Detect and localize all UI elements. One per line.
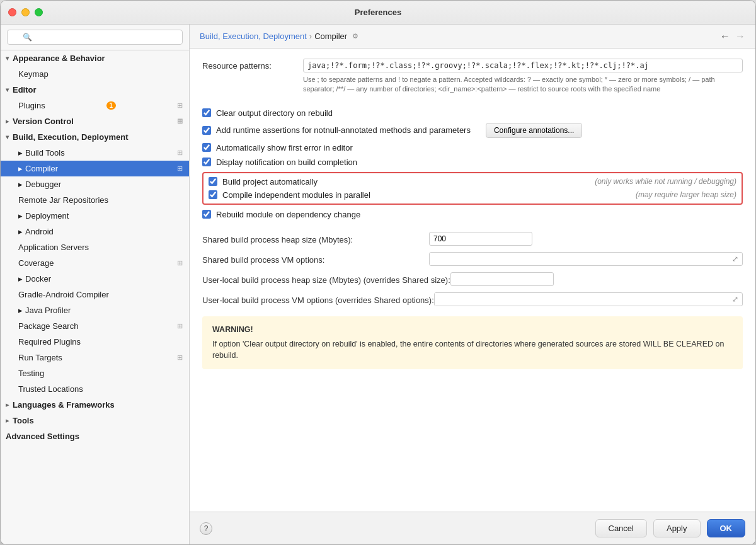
shared-vm-input-container: ⤢ <box>429 252 743 266</box>
chevron-right-icon: ▸ <box>6 118 9 125</box>
user-heap-label: User-local build process heap size (Mbyt… <box>202 273 450 285</box>
sidebar-item-run-targets[interactable]: Run Targets ⊞ <box>1 350 189 365</box>
sidebar-item-app-servers[interactable]: Application Servers <box>1 239 189 255</box>
warning-text: If option 'Clear output directory on reb… <box>212 338 733 362</box>
sidebar-item-required-plugins[interactable]: Required Plugins <box>1 334 189 350</box>
settings-icon: ⊞ <box>177 149 183 157</box>
sidebar-item-languages[interactable]: ▸ Languages & Frameworks <box>1 397 189 413</box>
footer: ? Cancel Apply OK <box>190 512 755 544</box>
sidebar-item-trusted-locations[interactable]: Trusted Locations <box>1 381 189 397</box>
compile-parallel-label: Compile independent modules in parallel <box>222 190 370 200</box>
minimize-button[interactable] <box>21 8 30 16</box>
chevron-right-icon: ▸ <box>18 180 23 189</box>
add-runtime-checkbox[interactable] <box>202 126 211 135</box>
sidebar-item-compiler[interactable]: ▸ Compiler ⊞ <box>1 161 189 176</box>
content-area: ▾ Appearance & Behavior Keymap ▾ Editor … <box>1 25 755 544</box>
sidebar-item-java-profiler[interactable]: ▸ Java Profiler <box>1 302 189 318</box>
user-vm-input[interactable] <box>435 293 728 306</box>
resource-patterns-row: Resource patterns: Use ; to separate pat… <box>202 59 743 95</box>
user-vm-label: User-local build process VM options (ove… <box>202 293 434 305</box>
sidebar-item-advanced[interactable]: Advanced Settings <box>1 428 189 444</box>
sidebar-item-keymap[interactable]: Keymap <box>1 66 189 82</box>
auto-show-error-checkbox[interactable] <box>202 143 211 152</box>
breadcrumb-separator: › <box>309 32 312 41</box>
chevron-down-icon: ▾ <box>6 55 9 62</box>
clear-output-checkbox[interactable] <box>202 108 211 117</box>
sidebar-item-plugins[interactable]: Plugins 1 ⊞ <box>1 98 189 113</box>
sidebar-item-deployment[interactable]: ▸ Deployment <box>1 208 189 224</box>
sidebar-item-build-tools[interactable]: ▸ Build Tools ⊞ <box>1 145 189 161</box>
display-notification-label: Display notification on build completion <box>216 158 357 167</box>
sidebar-item-docker[interactable]: ▸ Docker <box>1 271 189 287</box>
chevron-right-icon: ▸ <box>6 401 9 408</box>
maximize-button[interactable] <box>35 8 43 16</box>
shared-heap-input[interactable] <box>429 232 532 246</box>
shared-vm-label: Shared build process VM options: <box>202 253 429 265</box>
breadcrumb-parent[interactable]: Build, Execution, Deployment <box>200 32 307 41</box>
clear-output-row: Clear output directory on rebuild <box>202 108 743 118</box>
auto-show-error-label: Automatically show first error in editor <box>216 143 353 152</box>
chevron-right-icon: ▸ <box>6 417 9 424</box>
compile-parallel-note: (may require larger heap size) <box>636 190 736 199</box>
sidebar-item-package-search[interactable]: Package Search ⊞ <box>1 318 189 334</box>
back-arrow[interactable]: ← <box>720 31 730 42</box>
search-container[interactable] <box>1 25 189 50</box>
gear-icon: ⚙ <box>352 32 358 40</box>
sidebar-item-debugger[interactable]: ▸ Debugger <box>1 176 189 192</box>
rebuild-module-row: Rebuild module on dependency change <box>202 210 743 219</box>
apply-button[interactable]: Apply <box>653 519 701 537</box>
sidebar-item-tools[interactable]: ▸ Tools <box>1 413 189 428</box>
sidebar-item-coverage[interactable]: Coverage ⊞ <box>1 255 189 271</box>
chevron-down-icon: ▾ <box>6 134 9 141</box>
nav-arrows: ← → <box>720 31 745 42</box>
resource-patterns-input[interactable] <box>303 59 743 72</box>
sidebar-item-build-exec-deploy[interactable]: ▾ Build, Execution, Deployment <box>1 129 189 145</box>
rebuild-module-checkbox[interactable] <box>202 210 211 219</box>
search-input[interactable] <box>7 30 183 45</box>
forward-arrow: → <box>735 31 745 42</box>
settings-icon: ⊞ <box>177 322 183 330</box>
compile-parallel-checkbox[interactable] <box>209 190 217 199</box>
traffic-lights <box>8 8 43 16</box>
clear-output-label: Clear output directory on rebuild <box>216 108 333 118</box>
cancel-button[interactable]: Cancel <box>595 519 647 537</box>
compile-parallel-row: Compile independent modules in parallel … <box>209 190 736 200</box>
preferences-window: Preferences ▾ Appearance & Behavior Keym… <box>0 0 756 545</box>
user-vm-input-container: ⤢ <box>434 292 743 306</box>
expand-icon[interactable]: ⤢ <box>728 255 742 263</box>
sidebar-item-appearance[interactable]: ▾ Appearance & Behavior <box>1 50 189 66</box>
highlighted-options-box: Build project automatically (only works … <box>202 172 743 205</box>
sidebar-item-remote-jar[interactable]: Remote Jar Repositories <box>1 192 189 208</box>
sidebar: ▾ Appearance & Behavior Keymap ▾ Editor … <box>1 25 190 544</box>
shared-vm-input[interactable] <box>430 253 728 265</box>
chevron-right-icon: ▸ <box>18 148 23 158</box>
build-auto-note: (only works while not running / debuggin… <box>595 177 736 186</box>
sidebar-item-editor[interactable]: ▾ Editor <box>1 82 189 98</box>
main-panel: Build, Execution, Deployment › Compiler … <box>190 25 755 544</box>
user-vm-row: User-local build process VM options (ove… <box>202 292 743 306</box>
compiler-settings: Resource patterns: Use ; to separate pat… <box>190 49 755 512</box>
build-auto-label: Build project automatically <box>222 177 318 186</box>
warning-box: WARNING! If option 'Clear output directo… <box>202 316 743 369</box>
help-button[interactable]: ? <box>200 522 212 535</box>
rebuild-module-label: Rebuild module on dependency change <box>216 210 360 219</box>
settings-icon: ⊞ <box>177 353 183 362</box>
auto-show-error-row: Automatically show first error in editor <box>202 143 743 152</box>
resource-hint: Use ; to separate patterns and ! to nega… <box>303 75 743 95</box>
ok-button[interactable]: OK <box>707 519 746 537</box>
sidebar-item-version-control[interactable]: ▸ Version Control ⊞ <box>1 113 189 129</box>
expand-icon[interactable]: ⤢ <box>728 295 742 304</box>
user-heap-row: User-local build process heap size (Mbyt… <box>202 272 743 286</box>
sidebar-item-testing[interactable]: Testing <box>1 365 189 381</box>
build-auto-checkbox[interactable] <box>209 177 217 186</box>
configure-annotations-button[interactable]: Configure annotations... <box>486 123 582 138</box>
settings-icon: ⊞ <box>177 101 183 110</box>
sidebar-item-android[interactable]: ▸ Android <box>1 224 189 239</box>
close-button[interactable] <box>8 8 16 16</box>
chevron-right-icon: ▸ <box>18 164 23 173</box>
user-heap-input[interactable] <box>450 272 554 286</box>
warning-title: WARNING! <box>212 324 733 336</box>
chevron-right-icon: ▸ <box>18 211 23 221</box>
sidebar-item-gradle-android[interactable]: Gradle-Android Compiler <box>1 287 189 302</box>
display-notification-checkbox[interactable] <box>202 158 211 166</box>
